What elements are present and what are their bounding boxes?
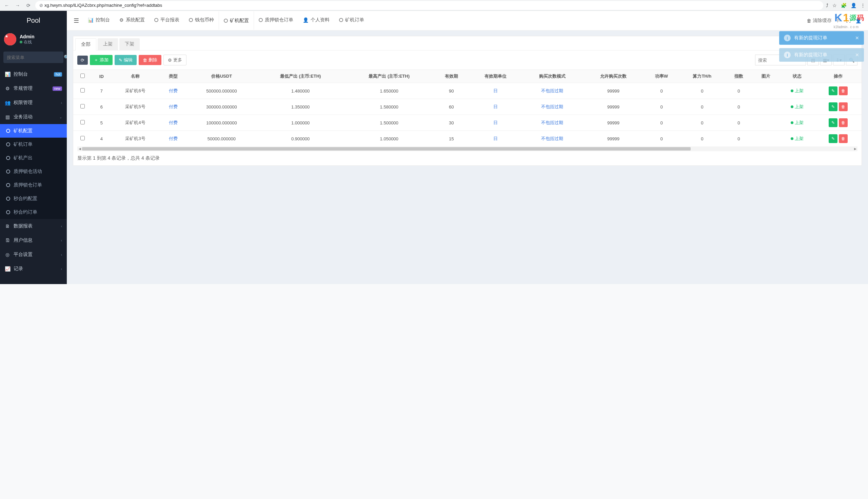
sidebar-search[interactable]: 🔍 (3, 51, 63, 63)
row-delete-button[interactable]: 🗑 (839, 102, 848, 111)
cell-type[interactable]: 付费 (160, 83, 187, 99)
circle-icon (259, 18, 263, 22)
table-header[interactable]: 允许购买次数 (583, 70, 644, 83)
panel-tab[interactable]: 上架 (98, 38, 118, 50)
refresh-button[interactable]: ⟳ (77, 56, 88, 65)
table-header[interactable]: 购买次数模式 (522, 70, 583, 83)
topnav-item[interactable]: 质押锁仓订单 (254, 11, 298, 30)
cell-unit[interactable]: 日 (469, 99, 522, 115)
table-header[interactable]: 名称 (111, 70, 160, 83)
star-icon[interactable]: ☆ (832, 3, 837, 8)
sidebar-item[interactable]: 📈记录‹ (0, 262, 67, 276)
menu-icon[interactable]: ⋮ (860, 3, 865, 8)
extension-icon[interactable]: 🧩 (841, 3, 847, 8)
table-header[interactable]: 类型 (160, 70, 187, 83)
sidebar-subitem[interactable]: 矿机产出 (0, 151, 67, 165)
clear-cache-button[interactable]: 🗑清除缓存 (807, 17, 832, 24)
cell-type[interactable]: 付费 (160, 131, 187, 147)
hamburger-button[interactable]: ☰ (70, 17, 83, 24)
row-checkbox[interactable] (81, 136, 85, 141)
table-header[interactable]: ID (92, 70, 111, 83)
row-edit-button[interactable]: ✎ (829, 102, 838, 111)
panel-tab[interactable]: 下架 (119, 38, 140, 50)
sidebar-item[interactable]: 🖻用户信息‹ (0, 233, 67, 247)
topnav-item[interactable]: 钱包币种 (184, 11, 219, 30)
row-checkbox[interactable] (81, 88, 85, 93)
table-header[interactable]: 功率W (644, 70, 679, 83)
cell-valid: 30 (434, 115, 469, 131)
row-checkbox[interactable] (81, 120, 85, 124)
cell-unit[interactable]: 日 (469, 83, 522, 99)
sidebar-item[interactable]: ⚙常规管理new (0, 81, 67, 96)
sidebar-item[interactable]: 📊控制台hot (0, 67, 67, 81)
topnav-item[interactable]: ⚙系统配置 (114, 11, 149, 30)
horizontal-scrollbar[interactable]: ◀ ▶ (77, 146, 857, 151)
row-delete-button[interactable]: 🗑 (839, 118, 848, 127)
sidebar-subitem[interactable]: 矿机配置 (0, 124, 67, 138)
sidebar-item[interactable]: 🗎数据报表‹ (0, 219, 67, 233)
cell-mode[interactable]: 不包括过期 (522, 99, 583, 115)
sidebar-subitem[interactable]: 秒合约配置 (0, 192, 67, 205)
table-header[interactable]: 有效期单位 (469, 70, 522, 83)
sidebar-search-input[interactable] (7, 55, 64, 60)
row-edit-button[interactable]: ✎ (829, 118, 838, 127)
edit-button[interactable]: ✎编辑 (114, 55, 137, 65)
sidebar-subitem[interactable]: 质押锁仓订单 (0, 178, 67, 192)
cell-type[interactable]: 付费 (160, 115, 187, 131)
notification-toast[interactable]: i 有新的提现订单 ✕ (779, 31, 864, 45)
user-panel[interactable]: Admin 在线 (0, 30, 67, 49)
sidebar-subitem[interactable]: 秒合约订单 (0, 205, 67, 219)
scroll-left-icon[interactable]: ◀ (77, 146, 82, 151)
topnav-item[interactable]: 👤个人资料 (298, 11, 334, 30)
sidebar-item[interactable]: ◎平台设置‹ (0, 247, 67, 262)
share-icon[interactable]: ⤴ (826, 3, 828, 8)
sidebar-subitem[interactable]: 质押锁仓活动 (0, 165, 67, 178)
topnav-item[interactable]: 平台报表 (149, 11, 184, 30)
add-button[interactable]: ＋添加 (90, 55, 112, 65)
table-header[interactable]: 指数 (725, 70, 753, 83)
cell-unit[interactable]: 日 (469, 131, 522, 147)
table-header[interactable] (73, 70, 92, 83)
panel-tab[interactable]: 全部 (75, 38, 96, 50)
row-delete-button[interactable]: 🗑 (839, 134, 848, 143)
table-header[interactable]: 有效期 (434, 70, 469, 83)
pencil-icon: ✎ (119, 58, 122, 63)
select-all-checkbox[interactable] (81, 74, 85, 78)
sidebar-item[interactable]: 👥权限管理‹ (0, 96, 67, 110)
reload-button[interactable]: ⟳ (24, 1, 33, 10)
cell-type[interactable]: 付费 (160, 99, 187, 115)
profile-pill[interactable]: 👤 (851, 3, 856, 8)
cell-mode[interactable]: 不包括过期 (522, 131, 583, 147)
forward-button[interactable]: → (14, 1, 22, 10)
row-delete-button[interactable]: 🗑 (839, 86, 848, 95)
close-icon[interactable]: ✕ (855, 52, 859, 58)
row-edit-button[interactable]: ✎ (829, 134, 838, 143)
back-button[interactable]: ← (3, 1, 11, 10)
topnav-item[interactable]: 矿机订单 (334, 11, 369, 30)
url-bar[interactable]: ⊘ xg.hwym.shop/lLiQAZcbrx.php/machine_co… (35, 1, 823, 10)
close-icon[interactable]: ✕ (855, 35, 859, 41)
table-header[interactable]: 状态 (780, 70, 815, 83)
topnav-item[interactable]: 矿机配置 (219, 11, 254, 30)
scroll-right-icon[interactable]: ▶ (853, 146, 857, 151)
table-header[interactable]: 算力TH/h (679, 70, 725, 83)
more-button[interactable]: ⚙更多 (163, 54, 186, 65)
menu-label: 用户信息 (14, 237, 33, 243)
sidebar-subitem[interactable]: 矿机订单 (0, 138, 67, 151)
notification-toast[interactable]: i 有新的提现订单 ✕ (779, 48, 864, 62)
table-header[interactable]: 价格USDT (187, 70, 256, 83)
sidebar-item[interactable]: ▥业务活动⌄ (0, 110, 67, 124)
cell-mode[interactable]: 不包括过期 (522, 83, 583, 99)
cell-unit[interactable]: 日 (469, 115, 522, 131)
table-header[interactable]: 最高产出 (主币:ETH) (345, 70, 434, 83)
row-checkbox[interactable] (81, 104, 85, 109)
table-header[interactable]: 最低产出 (主币:ETH) (256, 70, 345, 83)
row-edit-button[interactable]: ✎ (829, 86, 838, 95)
topnav-item[interactable]: 📊控制台 (83, 11, 114, 30)
delete-button[interactable]: 🗑删除 (139, 55, 161, 65)
table-header[interactable]: 图片 (753, 70, 780, 83)
search-icon[interactable]: 🔍 (64, 54, 67, 60)
cell-mode[interactable]: 不包括过期 (522, 115, 583, 131)
scrollbar-thumb[interactable] (82, 147, 691, 150)
table-header[interactable]: 操作 (815, 70, 861, 83)
